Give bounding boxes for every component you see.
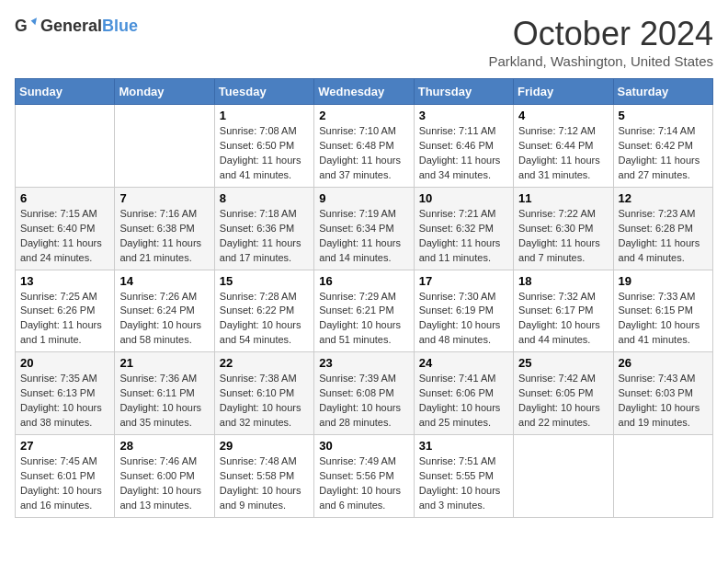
day-info: Sunrise: 7:15 AM Sunset: 6:40 PM Dayligh… [20, 207, 109, 266]
day-cell: 26Sunrise: 7:43 AM Sunset: 6:03 PM Dayli… [613, 352, 712, 435]
day-info: Sunrise: 7:21 AM Sunset: 6:32 PM Dayligh… [419, 207, 508, 266]
day-cell: 29Sunrise: 7:48 AM Sunset: 5:58 PM Dayli… [214, 435, 313, 518]
day-cell [16, 105, 115, 188]
day-cell [514, 435, 613, 518]
day-info: Sunrise: 7:18 AM Sunset: 6:36 PM Dayligh… [220, 207, 309, 266]
day-number: 5 [619, 109, 708, 122]
day-info: Sunrise: 7:41 AM Sunset: 6:06 PM Dayligh… [419, 372, 508, 431]
day-cell [115, 105, 214, 188]
day-number: 1 [220, 109, 309, 122]
header-day-sunday: Sunday [16, 79, 115, 105]
day-cell: 7Sunrise: 7:16 AM Sunset: 6:38 PM Daylig… [115, 187, 214, 270]
day-info: Sunrise: 7:42 AM Sunset: 6:05 PM Dayligh… [518, 372, 608, 431]
day-number: 29 [220, 439, 309, 453]
day-cell: 2Sunrise: 7:10 AM Sunset: 6:48 PM Daylig… [314, 105, 414, 188]
day-cell: 8Sunrise: 7:18 AM Sunset: 6:36 PM Daylig… [214, 187, 313, 270]
day-cell: 19Sunrise: 7:33 AM Sunset: 6:15 PM Dayli… [613, 270, 712, 352]
day-cell: 30Sunrise: 7:49 AM Sunset: 5:56 PM Dayli… [314, 435, 414, 518]
day-info: Sunrise: 7:08 AM Sunset: 6:50 PM Dayligh… [220, 124, 309, 183]
header-day-saturday: Saturday [613, 79, 712, 105]
day-number: 8 [220, 191, 309, 205]
day-number: 4 [518, 109, 608, 122]
day-number: 15 [220, 274, 309, 288]
day-cell: 1Sunrise: 7:08 AM Sunset: 6:50 PM Daylig… [214, 105, 313, 188]
logo-icon: G [15, 15, 37, 37]
week-row-1: 1Sunrise: 7:08 AM Sunset: 6:50 PM Daylig… [16, 105, 713, 188]
calendar-table: SundayMondayTuesdayWednesdayThursdayFrid… [15, 78, 713, 518]
header-day-wednesday: Wednesday [314, 79, 414, 105]
day-info: Sunrise: 7:38 AM Sunset: 6:10 PM Dayligh… [220, 372, 309, 431]
day-number: 25 [518, 356, 608, 370]
day-cell: 10Sunrise: 7:21 AM Sunset: 6:32 PM Dayli… [414, 187, 513, 270]
day-cell: 9Sunrise: 7:19 AM Sunset: 6:34 PM Daylig… [314, 187, 414, 270]
month-title: October 2024 [488, 15, 713, 53]
day-cell: 22Sunrise: 7:38 AM Sunset: 6:10 PM Dayli… [214, 352, 313, 435]
day-info: Sunrise: 7:35 AM Sunset: 6:13 PM Dayligh… [20, 372, 109, 431]
day-number: 20 [20, 356, 109, 370]
day-number: 16 [319, 274, 408, 288]
day-number: 9 [319, 191, 408, 205]
day-number: 18 [518, 274, 608, 288]
header-day-tuesday: Tuesday [214, 79, 313, 105]
week-row-3: 13Sunrise: 7:25 AM Sunset: 6:26 PM Dayli… [16, 270, 713, 352]
day-info: Sunrise: 7:14 AM Sunset: 6:42 PM Dayligh… [619, 124, 708, 183]
header-day-thursday: Thursday [414, 79, 513, 105]
day-number: 19 [619, 274, 708, 288]
week-row-4: 20Sunrise: 7:35 AM Sunset: 6:13 PM Dayli… [16, 352, 713, 435]
day-cell: 20Sunrise: 7:35 AM Sunset: 6:13 PM Dayli… [16, 352, 115, 435]
day-number: 30 [319, 439, 408, 453]
week-row-5: 27Sunrise: 7:45 AM Sunset: 6:01 PM Dayli… [16, 435, 713, 518]
day-number: 26 [619, 356, 708, 370]
logo-blue: Blue [102, 17, 138, 35]
day-cell: 28Sunrise: 7:46 AM Sunset: 6:00 PM Dayli… [115, 435, 214, 518]
title-block: October 2024 Parkland, Washington, Unite… [488, 15, 713, 69]
svg-text:G: G [15, 17, 28, 35]
day-info: Sunrise: 7:19 AM Sunset: 6:34 PM Dayligh… [319, 207, 408, 266]
day-info: Sunrise: 7:39 AM Sunset: 6:08 PM Dayligh… [319, 372, 408, 431]
day-number: 23 [319, 356, 408, 370]
day-number: 27 [20, 439, 109, 453]
day-info: Sunrise: 7:12 AM Sunset: 6:44 PM Dayligh… [518, 124, 608, 183]
day-info: Sunrise: 7:30 AM Sunset: 6:19 PM Dayligh… [419, 290, 508, 349]
day-number: 10 [419, 191, 508, 205]
day-number: 31 [419, 439, 508, 453]
day-cell: 4Sunrise: 7:12 AM Sunset: 6:44 PM Daylig… [514, 105, 613, 188]
day-number: 14 [119, 274, 209, 288]
calendar-body: 1Sunrise: 7:08 AM Sunset: 6:50 PM Daylig… [16, 105, 713, 518]
day-number: 22 [220, 356, 309, 370]
day-cell: 17Sunrise: 7:30 AM Sunset: 6:19 PM Dayli… [414, 270, 513, 352]
day-cell: 5Sunrise: 7:14 AM Sunset: 6:42 PM Daylig… [613, 105, 712, 188]
day-number: 24 [419, 356, 508, 370]
svg-marker-1 [31, 17, 37, 25]
header-day-monday: Monday [115, 79, 214, 105]
day-info: Sunrise: 7:43 AM Sunset: 6:03 PM Dayligh… [619, 372, 708, 431]
day-cell: 24Sunrise: 7:41 AM Sunset: 6:06 PM Dayli… [414, 352, 513, 435]
logo: G GeneralBlue [15, 15, 138, 37]
day-cell: 21Sunrise: 7:36 AM Sunset: 6:11 PM Dayli… [115, 352, 214, 435]
day-info: Sunrise: 7:16 AM Sunset: 6:38 PM Dayligh… [119, 207, 209, 266]
calendar-header-row: SundayMondayTuesdayWednesdayThursdayFrid… [16, 79, 713, 105]
day-info: Sunrise: 7:11 AM Sunset: 6:46 PM Dayligh… [419, 124, 508, 183]
day-cell: 11Sunrise: 7:22 AM Sunset: 6:30 PM Dayli… [514, 187, 613, 270]
day-cell: 15Sunrise: 7:28 AM Sunset: 6:22 PM Dayli… [214, 270, 313, 352]
day-number: 28 [119, 439, 209, 453]
location-title: Parkland, Washington, United States [488, 53, 713, 69]
day-cell: 23Sunrise: 7:39 AM Sunset: 6:08 PM Dayli… [314, 352, 414, 435]
day-number: 11 [518, 191, 608, 205]
day-info: Sunrise: 7:23 AM Sunset: 6:28 PM Dayligh… [619, 207, 708, 266]
week-row-2: 6Sunrise: 7:15 AM Sunset: 6:40 PM Daylig… [16, 187, 713, 270]
header-day-friday: Friday [514, 79, 613, 105]
day-info: Sunrise: 7:22 AM Sunset: 6:30 PM Dayligh… [518, 207, 608, 266]
day-info: Sunrise: 7:28 AM Sunset: 6:22 PM Dayligh… [220, 290, 309, 349]
day-info: Sunrise: 7:33 AM Sunset: 6:15 PM Dayligh… [619, 290, 708, 349]
logo-general: General [40, 17, 102, 35]
day-cell: 31Sunrise: 7:51 AM Sunset: 5:55 PM Dayli… [414, 435, 513, 518]
day-number: 21 [119, 356, 209, 370]
day-cell: 27Sunrise: 7:45 AM Sunset: 6:01 PM Dayli… [16, 435, 115, 518]
day-cell [613, 435, 712, 518]
day-info: Sunrise: 7:46 AM Sunset: 6:00 PM Dayligh… [119, 454, 209, 513]
day-cell: 25Sunrise: 7:42 AM Sunset: 6:05 PM Dayli… [514, 352, 613, 435]
day-cell: 3Sunrise: 7:11 AM Sunset: 6:46 PM Daylig… [414, 105, 513, 188]
day-cell: 16Sunrise: 7:29 AM Sunset: 6:21 PM Dayli… [314, 270, 414, 352]
day-info: Sunrise: 7:51 AM Sunset: 5:55 PM Dayligh… [419, 454, 508, 513]
